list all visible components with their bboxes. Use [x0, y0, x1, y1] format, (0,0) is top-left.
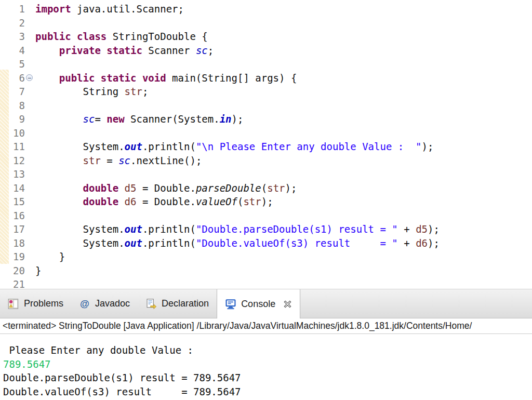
tab-console[interactable]: Console	[217, 289, 300, 318]
console-line: Double.parseDouble(s1) result = 789.5647	[3, 371, 241, 385]
tab-declaration[interactable]: Declaration	[138, 289, 217, 318]
line-number[interactable]: 3	[0, 30, 34, 44]
code-line[interactable]: String str;	[35, 85, 440, 99]
line-number[interactable]: 20	[0, 264, 34, 278]
line-number[interactable]: 8	[0, 99, 34, 113]
fold-collapse-icon[interactable]: −	[26, 74, 33, 81]
tab-label: Javadoc	[95, 298, 130, 309]
code-line[interactable]: System.out.println("Double.parseDouble(s…	[35, 222, 440, 236]
line-number[interactable]: 12	[0, 154, 34, 168]
code-line[interactable]	[35, 99, 440, 113]
problems-icon	[8, 298, 19, 310]
code-line[interactable]	[35, 16, 440, 30]
line-number[interactable]: 4	[0, 44, 34, 58]
code-line[interactable]: System.out.println("\n Please Enter any …	[35, 140, 440, 154]
close-icon[interactable]	[283, 300, 292, 309]
line-number[interactable]: 6−	[0, 71, 34, 85]
line-number[interactable]: 18	[0, 236, 34, 250]
code-line[interactable]: public static void main(String[] args) {	[35, 71, 440, 85]
line-number[interactable]: 9	[0, 112, 34, 126]
tab-label: Problems	[24, 298, 63, 309]
console-line: Double.valueOf(s3) result = 789.5647	[3, 385, 241, 399]
svg-text:@: @	[80, 298, 89, 309]
console-line: 789.5647	[3, 357, 241, 371]
code-line[interactable]	[35, 277, 440, 289]
line-number[interactable]: 13	[0, 167, 34, 181]
line-number[interactable]: 16	[0, 209, 34, 223]
console-lines: Please Enter any double Value : 789.5647…	[3, 343, 241, 398]
declaration-icon	[145, 298, 157, 310]
console-icon	[225, 298, 236, 310]
line-number[interactable]: 21	[0, 277, 34, 289]
code-line[interactable]: System.out.println("Double.valueOf(s3) r…	[35, 236, 440, 250]
code-line[interactable]	[35, 57, 440, 71]
line-number[interactable]: 1	[0, 2, 34, 16]
code-line[interactable]: }	[35, 264, 440, 278]
line-number[interactable]: 5	[0, 57, 34, 71]
line-number[interactable]: 19	[0, 250, 34, 264]
tab-label: Console	[241, 299, 275, 310]
tab-javadoc[interactable]: @ Javadoc	[71, 289, 138, 318]
line-number-gutter[interactable]: 123456−789101112131415161718192021	[0, 2, 34, 289]
code-line[interactable]: }	[35, 250, 440, 264]
line-number[interactable]: 10	[0, 126, 34, 140]
tab-label: Declaration	[162, 298, 209, 309]
eclipse-window: 123456−789101112131415161718192021 impor…	[0, 0, 532, 400]
console-status-line: <terminated> StringToDouble [Java Applic…	[0, 318, 532, 334]
code-line[interactable]: double d6 = Double.valueOf(str);	[35, 195, 440, 209]
code-lines[interactable]: import java.util.Scanner;public class St…	[35, 2, 440, 289]
line-number[interactable]: 15	[0, 195, 34, 209]
line-number[interactable]: 2	[0, 16, 34, 30]
tab-problems[interactable]: Problems	[0, 289, 71, 318]
code-line[interactable]: private static Scanner sc;	[35, 44, 440, 58]
console-output[interactable]: Please Enter any double Value : 789.5647…	[0, 334, 532, 400]
line-number[interactable]: 7	[0, 85, 34, 99]
code-line[interactable]: str = sc.nextLine();	[35, 154, 440, 168]
console-line: Please Enter any double Value :	[3, 343, 241, 357]
code-line[interactable]	[35, 209, 440, 223]
terminated-status-text: <terminated> StringToDouble [Java Applic…	[3, 321, 472, 331]
code-editor[interactable]: 123456−789101112131415161718192021 impor…	[0, 0, 532, 289]
code-line[interactable]: sc= new Scanner(System.in);	[35, 112, 440, 126]
javadoc-icon: @	[79, 298, 90, 310]
code-line[interactable]	[35, 167, 440, 181]
view-tab-bar: Problems @ Javadoc Declaration	[0, 289, 532, 318]
code-line[interactable]	[35, 126, 440, 140]
line-number[interactable]: 11	[0, 140, 34, 154]
line-number[interactable]: 14	[0, 181, 34, 195]
line-number[interactable]: 17	[0, 222, 34, 236]
code-line[interactable]: import java.util.Scanner;	[35, 2, 440, 16]
code-line[interactable]: public class StringToDouble {	[35, 30, 440, 44]
code-line[interactable]: double d5 = Double.parseDouble(str);	[35, 181, 440, 195]
